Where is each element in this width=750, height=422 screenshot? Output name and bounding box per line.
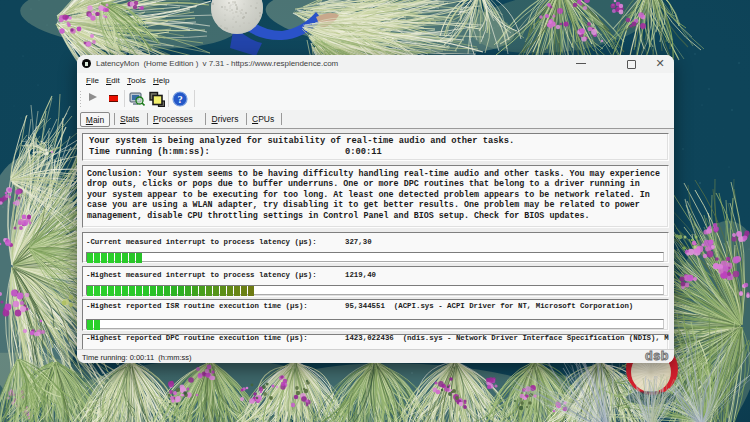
svg-text:?: ?: [177, 94, 182, 105]
